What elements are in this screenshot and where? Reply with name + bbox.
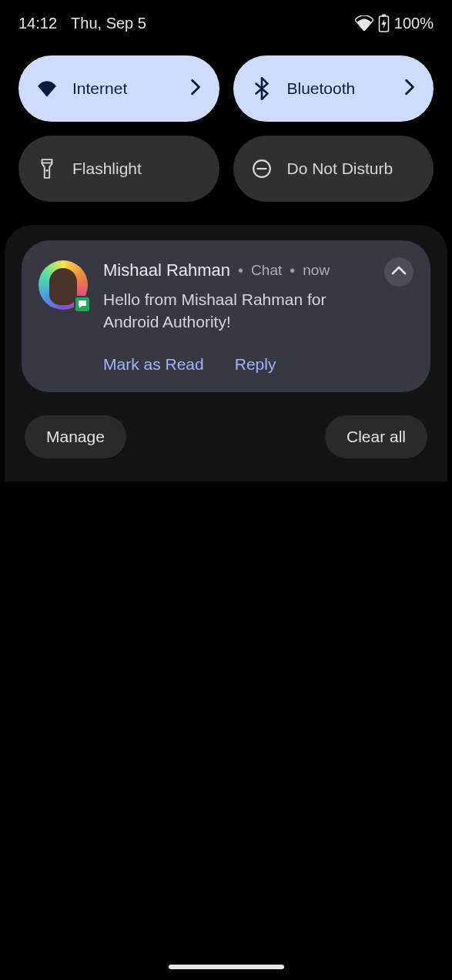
chevron-right-icon [190,79,201,99]
status-bar: 14:12 Thu, Sep 5 100% [0,0,452,40]
qs-label: Flashlight [72,159,201,178]
notification-time: now [303,262,330,279]
clear-all-button[interactable]: Clear all [325,415,427,458]
qs-label: Internet [72,79,175,98]
collapse-button[interactable] [384,257,413,287]
chat-app-badge-icon [74,296,91,313]
notification-body: Hello from Mishaal Rahman for Android Au… [103,288,380,334]
navigation-handle[interactable] [169,965,284,969]
avatar [39,260,88,310]
qs-label: Do Not Disturb [287,159,416,178]
wifi-icon [37,79,57,99]
quick-settings: Internet Bluetooth Flashlight [0,40,452,225]
chevron-up-icon [391,265,407,279]
svg-point-3 [45,169,48,172]
svg-rect-1 [382,15,386,17]
qs-tile-bluetooth[interactable]: Bluetooth [233,55,434,122]
wifi-icon [355,15,373,31]
notification-header: Mishaal Rahman • Chat • now [103,260,410,280]
notification-app: Chat [251,262,282,279]
notification-panel: Mishaal Rahman • Chat • now Hello from M… [5,225,447,482]
battery-percent: 100% [394,15,434,32]
dnd-icon [252,159,272,179]
reply-button[interactable]: Reply [235,355,276,374]
manage-button[interactable]: Manage [25,415,126,458]
chevron-right-icon [404,79,415,99]
bluetooth-icon [252,79,272,99]
qs-tile-dnd[interactable]: Do Not Disturb [233,136,434,202]
status-time: 14:12 [18,15,57,32]
battery-charging-icon [378,14,390,32]
qs-label: Bluetooth [287,79,390,98]
qs-tile-flashlight[interactable]: Flashlight [18,136,219,202]
notification-sender: Mishaal Rahman [103,260,230,280]
flashlight-icon [37,159,57,179]
mark-as-read-button[interactable]: Mark as Read [103,355,204,374]
notification-card[interactable]: Mishaal Rahman • Chat • now Hello from M… [22,240,430,392]
qs-tile-internet[interactable]: Internet [18,55,219,122]
status-date: Thu, Sep 5 [71,15,146,32]
